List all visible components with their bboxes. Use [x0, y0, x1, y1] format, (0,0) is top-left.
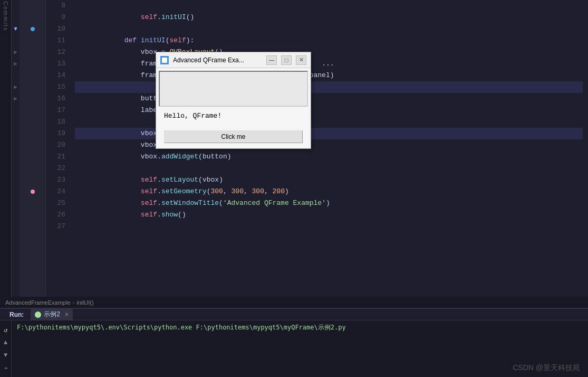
ide-container: Commits ▼ ▶ ▶ ▶ ▶	[0, 0, 588, 377]
fold-19	[12, 128, 20, 139]
fold-column: ▼ ▶ ▶ ▶ ▶	[12, 0, 20, 297]
code-line-22: self.setLayout(vbox)	[75, 163, 583, 174]
run-tab-close[interactable]: ✕	[65, 310, 69, 318]
line-num-19: 19	[46, 128, 65, 139]
fold-16[interactable]: ▶	[12, 93, 20, 105]
line-num-15: 15	[46, 81, 65, 93]
fold-21	[12, 151, 20, 163]
code-line-18: vbox...	[75, 116, 583, 128]
line-num-8: 8	[46, 0, 65, 12]
line-num-23: 23	[46, 174, 65, 186]
popup-title-text: Advanced QFrame Exa...	[173, 56, 262, 64]
left-gutter	[20, 0, 46, 297]
line-num-20: 20	[46, 139, 65, 151]
line-num-10: 10	[46, 23, 65, 35]
minimize-button[interactable]: ─	[266, 55, 277, 65]
run-icons: ↺ ▲ ▼ ⇥	[0, 323, 12, 377]
fold-17	[12, 105, 20, 116]
code-line-8: self.initUI()	[75, 0, 583, 12]
line-num-12: 12	[46, 46, 65, 58]
fold-14	[12, 70, 20, 81]
code-line-15: butt... self)	[75, 81, 583, 93]
line-num-27: 27	[46, 221, 65, 232]
commits-label: Commits	[3, 1, 9, 31]
line-num-26: 26	[46, 209, 65, 221]
popup-title-icon	[160, 56, 169, 64]
line-num-17: 17	[46, 105, 65, 116]
fold-8[interactable]	[12, 0, 20, 12]
run-content: F:\pythonitems\mypyqt5\.env\Scripts\pyth…	[12, 321, 588, 377]
fold-26	[12, 209, 20, 221]
line-num-11: 11	[46, 35, 65, 46]
line-num-14: 14	[46, 70, 65, 81]
run-tab-item[interactable]: 示例2 ✕	[31, 309, 73, 320]
code-content[interactable]: self.initUI() def initUI(self): vbox = Q…	[70, 0, 588, 297]
bottom-row: ↺ ▲ ▼ ⇥ F:\pythonitems\mypyqt5\.env\Scri…	[0, 321, 588, 377]
fold-13[interactable]: ▶	[12, 58, 20, 70]
run-tab-bar: Run: 示例2 ✕	[0, 309, 588, 321]
code-line-27	[75, 221, 583, 232]
scroll-down-icon[interactable]: ▼	[2, 351, 10, 360]
run-tab-label: 示例2	[44, 310, 60, 319]
csdn-watermark: CSDN @景天科技苑	[513, 363, 580, 373]
line-num-9: 9	[46, 12, 65, 23]
fold-23	[12, 174, 20, 186]
fold-22	[12, 163, 20, 174]
popup-window: Advanced QFrame Exa... ─ □ ✕ Hello, QFra…	[156, 52, 311, 149]
scroll-up-icon[interactable]: ▲	[2, 338, 10, 347]
popup-hello-label: Hello, QFrame!	[159, 109, 308, 125]
run-status-dot	[35, 312, 41, 318]
line-num-13: 13	[46, 58, 65, 70]
far-left-sidebar: Commits	[0, 0, 12, 297]
wrap-icon[interactable]: ⇥	[2, 364, 10, 372]
line-num-18: 18	[46, 116, 65, 128]
breadcrumb-sep: ›	[73, 299, 75, 306]
bottom-toolbar: ↺ ▲ ▼ ⇥	[0, 321, 12, 377]
run-label: Run:	[5, 311, 28, 318]
fold-12[interactable]: ▶	[12, 46, 20, 58]
status-bar: Run: 示例2 ✕ ↺ ▲ ▼ ⇥	[0, 308, 588, 377]
breadcrumb-file: AdvancedFrameExample	[5, 299, 71, 306]
run-command: F:\pythonitems\mypyqt5\.env\Scripts\pyth…	[17, 324, 346, 331]
line-num-24: 24	[46, 186, 65, 197]
breadcrumb-bar: AdvancedFrameExample › initUI()	[0, 297, 588, 308]
fold-10[interactable]: ▼	[12, 23, 20, 35]
popup-frame	[159, 71, 308, 107]
fold-11	[12, 35, 20, 46]
maximize-button[interactable]: □	[281, 55, 292, 65]
code-line-10: def initUI(self):	[75, 23, 583, 35]
refresh-icon[interactable]: ↺	[2, 326, 10, 334]
fold-24	[12, 186, 20, 197]
line-num-22: 22	[46, 163, 65, 174]
line-num-16: 16	[46, 93, 65, 105]
fold-9	[12, 12, 20, 23]
fold-15[interactable]: ▶	[12, 81, 20, 93]
fold-18	[12, 116, 20, 128]
fold-20	[12, 139, 20, 151]
click-me-button[interactable]: Click me	[164, 130, 303, 143]
popup-titlebar: Advanced QFrame Exa... ─ □ ✕	[156, 52, 311, 68]
line-num-21: 21	[46, 151, 65, 163]
close-button[interactable]: ✕	[296, 55, 306, 65]
breadcrumb-method: initUI()	[76, 299, 93, 306]
line-num-25: 25	[46, 197, 65, 209]
line-numbers: 8 9 10 11 12 13 14 15 16 17 18 19 20 21 …	[46, 0, 70, 297]
fold-27	[12, 221, 20, 232]
popup-body: Hello, QFrame! Click me	[156, 68, 311, 148]
fold-25	[12, 197, 20, 209]
